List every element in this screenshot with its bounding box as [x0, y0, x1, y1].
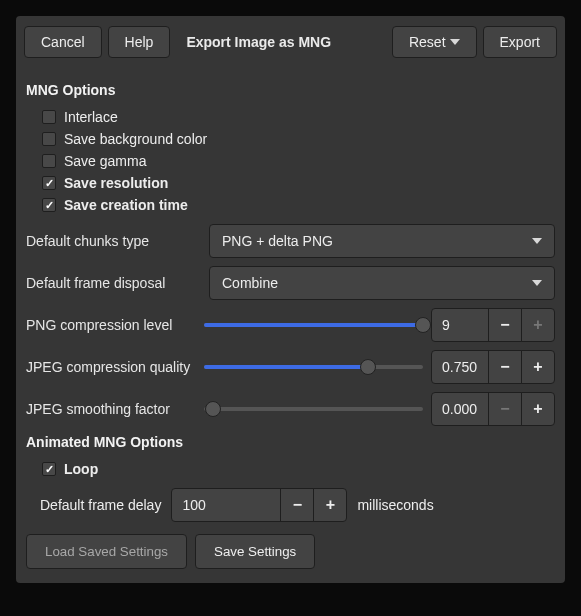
export-button[interactable]: Export	[483, 26, 557, 58]
disposal-value: Combine	[222, 275, 278, 291]
jpeg-q-slider[interactable]	[204, 357, 423, 377]
disposal-label: Default frame disposal	[26, 275, 201, 291]
reset-label: Reset	[409, 34, 446, 50]
delay-minus[interactable]: −	[280, 488, 314, 522]
dialog-panel: Cancel Help Export Image as MNG Reset Ex…	[16, 16, 565, 583]
jpeg-q-value[interactable]: 0.750	[431, 350, 489, 384]
delay-label: Default frame delay	[40, 497, 161, 513]
chunks-value: PNG + delta PNG	[222, 233, 333, 249]
cancel-button[interactable]: Cancel	[24, 26, 102, 58]
reset-button[interactable]: Reset	[392, 26, 477, 58]
delay-value[interactable]: 100	[171, 488, 281, 522]
interlace-checkbox[interactable]	[42, 110, 56, 124]
load-settings-button[interactable]: Load Saved Settings	[26, 534, 187, 569]
jpeg-q-label: JPEG compression quality	[26, 359, 204, 375]
png-comp-slider[interactable]	[204, 315, 423, 335]
animated-options-title: Animated MNG Options	[26, 434, 555, 450]
chevron-down-icon	[532, 238, 542, 244]
save-resolution-label: Save resolution	[64, 175, 168, 191]
jpeg-s-minus[interactable]: −	[488, 392, 522, 426]
delay-plus[interactable]: +	[313, 488, 347, 522]
png-comp-plus[interactable]: +	[521, 308, 555, 342]
png-comp-minus[interactable]: −	[488, 308, 522, 342]
jpeg-s-slider[interactable]	[204, 399, 423, 419]
interlace-label: Interlace	[64, 109, 118, 125]
loop-label: Loop	[64, 461, 98, 477]
save-settings-button[interactable]: Save Settings	[195, 534, 315, 569]
help-button[interactable]: Help	[108, 26, 171, 58]
jpeg-q-plus[interactable]: +	[521, 350, 555, 384]
chevron-down-icon	[450, 39, 460, 45]
chevron-down-icon	[532, 280, 542, 286]
delay-unit: milliseconds	[357, 497, 433, 513]
save-bg-label: Save background color	[64, 131, 207, 147]
png-comp-label: PNG compression level	[26, 317, 204, 333]
chunks-label: Default chunks type	[26, 233, 201, 249]
loop-checkbox[interactable]	[42, 462, 56, 476]
chunks-select[interactable]: PNG + delta PNG	[209, 224, 555, 258]
save-creation-checkbox[interactable]	[42, 198, 56, 212]
png-comp-value[interactable]: 9	[431, 308, 489, 342]
dialog-title: Export Image as MNG	[176, 34, 386, 50]
dialog-body: MNG Options Interlace Save background co…	[16, 68, 565, 583]
save-creation-label: Save creation time	[64, 197, 188, 213]
save-gamma-label: Save gamma	[64, 153, 146, 169]
jpeg-s-value[interactable]: 0.000	[431, 392, 489, 426]
save-gamma-checkbox[interactable]	[42, 154, 56, 168]
save-bg-checkbox[interactable]	[42, 132, 56, 146]
jpeg-q-minus[interactable]: −	[488, 350, 522, 384]
save-resolution-checkbox[interactable]	[42, 176, 56, 190]
mng-options-title: MNG Options	[26, 82, 555, 98]
disposal-select[interactable]: Combine	[209, 266, 555, 300]
jpeg-s-label: JPEG smoothing factor	[26, 401, 204, 417]
jpeg-s-plus[interactable]: +	[521, 392, 555, 426]
header-bar: Cancel Help Export Image as MNG Reset Ex…	[16, 16, 565, 68]
